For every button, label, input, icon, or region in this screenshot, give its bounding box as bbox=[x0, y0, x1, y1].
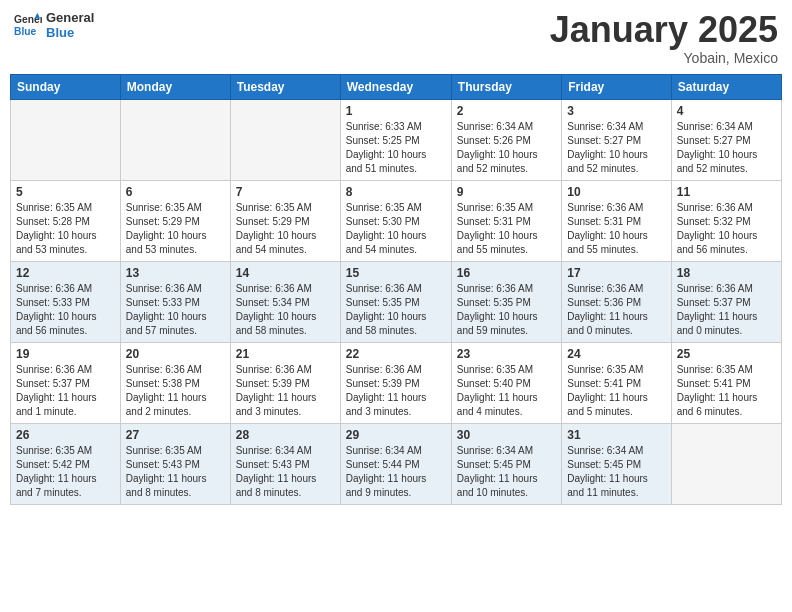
calendar-cell: 13Sunrise: 6:36 AM Sunset: 5:33 PM Dayli… bbox=[120, 261, 230, 342]
day-number: 25 bbox=[677, 347, 776, 361]
calendar-cell: 3Sunrise: 6:34 AM Sunset: 5:27 PM Daylig… bbox=[562, 99, 671, 180]
day-number: 23 bbox=[457, 347, 556, 361]
calendar-week-1: 1Sunrise: 6:33 AM Sunset: 5:25 PM Daylig… bbox=[11, 99, 782, 180]
day-content: Sunrise: 6:34 AM Sunset: 5:44 PM Dayligh… bbox=[346, 444, 446, 500]
calendar-cell: 23Sunrise: 6:35 AM Sunset: 5:40 PM Dayli… bbox=[451, 342, 561, 423]
logo-line2: Blue bbox=[46, 25, 94, 40]
calendar-cell: 12Sunrise: 6:36 AM Sunset: 5:33 PM Dayli… bbox=[11, 261, 121, 342]
day-number: 30 bbox=[457, 428, 556, 442]
day-content: Sunrise: 6:34 AM Sunset: 5:45 PM Dayligh… bbox=[457, 444, 556, 500]
weekday-header-sunday: Sunday bbox=[11, 74, 121, 99]
calendar-cell: 18Sunrise: 6:36 AM Sunset: 5:37 PM Dayli… bbox=[671, 261, 781, 342]
day-number: 27 bbox=[126, 428, 225, 442]
calendar-cell: 25Sunrise: 6:35 AM Sunset: 5:41 PM Dayli… bbox=[671, 342, 781, 423]
day-content: Sunrise: 6:36 AM Sunset: 5:39 PM Dayligh… bbox=[236, 363, 335, 419]
day-number: 5 bbox=[16, 185, 115, 199]
day-content: Sunrise: 6:36 AM Sunset: 5:33 PM Dayligh… bbox=[16, 282, 115, 338]
day-number: 11 bbox=[677, 185, 776, 199]
calendar-cell: 14Sunrise: 6:36 AM Sunset: 5:34 PM Dayli… bbox=[230, 261, 340, 342]
day-number: 2 bbox=[457, 104, 556, 118]
calendar-cell: 9Sunrise: 6:35 AM Sunset: 5:31 PM Daylig… bbox=[451, 180, 561, 261]
calendar-cell: 19Sunrise: 6:36 AM Sunset: 5:37 PM Dayli… bbox=[11, 342, 121, 423]
day-content: Sunrise: 6:35 AM Sunset: 5:43 PM Dayligh… bbox=[126, 444, 225, 500]
day-number: 28 bbox=[236, 428, 335, 442]
day-content: Sunrise: 6:36 AM Sunset: 5:36 PM Dayligh… bbox=[567, 282, 665, 338]
calendar-week-3: 12Sunrise: 6:36 AM Sunset: 5:33 PM Dayli… bbox=[11, 261, 782, 342]
day-number: 21 bbox=[236, 347, 335, 361]
calendar-cell: 4Sunrise: 6:34 AM Sunset: 5:27 PM Daylig… bbox=[671, 99, 781, 180]
day-content: Sunrise: 6:36 AM Sunset: 5:32 PM Dayligh… bbox=[677, 201, 776, 257]
day-content: Sunrise: 6:36 AM Sunset: 5:37 PM Dayligh… bbox=[677, 282, 776, 338]
day-number: 9 bbox=[457, 185, 556, 199]
day-number: 22 bbox=[346, 347, 446, 361]
page-header: General Blue General Blue January 2025 Y… bbox=[10, 10, 782, 66]
weekday-header-tuesday: Tuesday bbox=[230, 74, 340, 99]
day-content: Sunrise: 6:34 AM Sunset: 5:27 PM Dayligh… bbox=[677, 120, 776, 176]
calendar-cell: 24Sunrise: 6:35 AM Sunset: 5:41 PM Dayli… bbox=[562, 342, 671, 423]
calendar-cell: 21Sunrise: 6:36 AM Sunset: 5:39 PM Dayli… bbox=[230, 342, 340, 423]
day-content: Sunrise: 6:34 AM Sunset: 5:26 PM Dayligh… bbox=[457, 120, 556, 176]
calendar-cell bbox=[120, 99, 230, 180]
day-content: Sunrise: 6:36 AM Sunset: 5:35 PM Dayligh… bbox=[346, 282, 446, 338]
logo: General Blue General Blue bbox=[14, 10, 94, 40]
title-block: January 2025 Yobain, Mexico bbox=[550, 10, 778, 66]
location: Yobain, Mexico bbox=[550, 50, 778, 66]
calendar-cell bbox=[11, 99, 121, 180]
weekday-header-friday: Friday bbox=[562, 74, 671, 99]
weekday-header-row: SundayMondayTuesdayWednesdayThursdayFrid… bbox=[11, 74, 782, 99]
calendar-cell: 11Sunrise: 6:36 AM Sunset: 5:32 PM Dayli… bbox=[671, 180, 781, 261]
calendar-cell: 20Sunrise: 6:36 AM Sunset: 5:38 PM Dayli… bbox=[120, 342, 230, 423]
calendar-cell: 27Sunrise: 6:35 AM Sunset: 5:43 PM Dayli… bbox=[120, 423, 230, 504]
day-number: 8 bbox=[346, 185, 446, 199]
day-content: Sunrise: 6:34 AM Sunset: 5:43 PM Dayligh… bbox=[236, 444, 335, 500]
calendar-cell bbox=[671, 423, 781, 504]
weekday-header-monday: Monday bbox=[120, 74, 230, 99]
day-content: Sunrise: 6:36 AM Sunset: 5:38 PM Dayligh… bbox=[126, 363, 225, 419]
day-content: Sunrise: 6:35 AM Sunset: 5:42 PM Dayligh… bbox=[16, 444, 115, 500]
day-number: 15 bbox=[346, 266, 446, 280]
calendar-cell: 7Sunrise: 6:35 AM Sunset: 5:29 PM Daylig… bbox=[230, 180, 340, 261]
day-number: 31 bbox=[567, 428, 665, 442]
weekday-header-saturday: Saturday bbox=[671, 74, 781, 99]
day-number: 14 bbox=[236, 266, 335, 280]
day-content: Sunrise: 6:36 AM Sunset: 5:33 PM Dayligh… bbox=[126, 282, 225, 338]
day-content: Sunrise: 6:35 AM Sunset: 5:29 PM Dayligh… bbox=[126, 201, 225, 257]
logo-line1: General bbox=[46, 10, 94, 25]
day-content: Sunrise: 6:36 AM Sunset: 5:39 PM Dayligh… bbox=[346, 363, 446, 419]
calendar-cell: 31Sunrise: 6:34 AM Sunset: 5:45 PM Dayli… bbox=[562, 423, 671, 504]
day-number: 3 bbox=[567, 104, 665, 118]
day-number: 16 bbox=[457, 266, 556, 280]
day-content: Sunrise: 6:34 AM Sunset: 5:27 PM Dayligh… bbox=[567, 120, 665, 176]
calendar-cell: 16Sunrise: 6:36 AM Sunset: 5:35 PM Dayli… bbox=[451, 261, 561, 342]
day-content: Sunrise: 6:35 AM Sunset: 5:40 PM Dayligh… bbox=[457, 363, 556, 419]
calendar-table: SundayMondayTuesdayWednesdayThursdayFrid… bbox=[10, 74, 782, 505]
day-content: Sunrise: 6:35 AM Sunset: 5:28 PM Dayligh… bbox=[16, 201, 115, 257]
calendar-cell: 2Sunrise: 6:34 AM Sunset: 5:26 PM Daylig… bbox=[451, 99, 561, 180]
day-content: Sunrise: 6:33 AM Sunset: 5:25 PM Dayligh… bbox=[346, 120, 446, 176]
day-content: Sunrise: 6:35 AM Sunset: 5:41 PM Dayligh… bbox=[567, 363, 665, 419]
day-content: Sunrise: 6:36 AM Sunset: 5:31 PM Dayligh… bbox=[567, 201, 665, 257]
calendar-week-5: 26Sunrise: 6:35 AM Sunset: 5:42 PM Dayli… bbox=[11, 423, 782, 504]
calendar-cell: 6Sunrise: 6:35 AM Sunset: 5:29 PM Daylig… bbox=[120, 180, 230, 261]
day-content: Sunrise: 6:34 AM Sunset: 5:45 PM Dayligh… bbox=[567, 444, 665, 500]
day-number: 20 bbox=[126, 347, 225, 361]
day-number: 19 bbox=[16, 347, 115, 361]
calendar-cell: 8Sunrise: 6:35 AM Sunset: 5:30 PM Daylig… bbox=[340, 180, 451, 261]
day-number: 10 bbox=[567, 185, 665, 199]
calendar-week-4: 19Sunrise: 6:36 AM Sunset: 5:37 PM Dayli… bbox=[11, 342, 782, 423]
calendar-cell: 10Sunrise: 6:36 AM Sunset: 5:31 PM Dayli… bbox=[562, 180, 671, 261]
day-content: Sunrise: 6:35 AM Sunset: 5:31 PM Dayligh… bbox=[457, 201, 556, 257]
calendar-cell bbox=[230, 99, 340, 180]
calendar-cell: 15Sunrise: 6:36 AM Sunset: 5:35 PM Dayli… bbox=[340, 261, 451, 342]
day-content: Sunrise: 6:35 AM Sunset: 5:30 PM Dayligh… bbox=[346, 201, 446, 257]
calendar-cell: 17Sunrise: 6:36 AM Sunset: 5:36 PM Dayli… bbox=[562, 261, 671, 342]
day-number: 24 bbox=[567, 347, 665, 361]
svg-text:Blue: Blue bbox=[14, 26, 37, 37]
day-number: 29 bbox=[346, 428, 446, 442]
day-number: 17 bbox=[567, 266, 665, 280]
calendar-cell: 5Sunrise: 6:35 AM Sunset: 5:28 PM Daylig… bbox=[11, 180, 121, 261]
day-number: 26 bbox=[16, 428, 115, 442]
day-content: Sunrise: 6:35 AM Sunset: 5:41 PM Dayligh… bbox=[677, 363, 776, 419]
calendar-cell: 1Sunrise: 6:33 AM Sunset: 5:25 PM Daylig… bbox=[340, 99, 451, 180]
day-number: 7 bbox=[236, 185, 335, 199]
